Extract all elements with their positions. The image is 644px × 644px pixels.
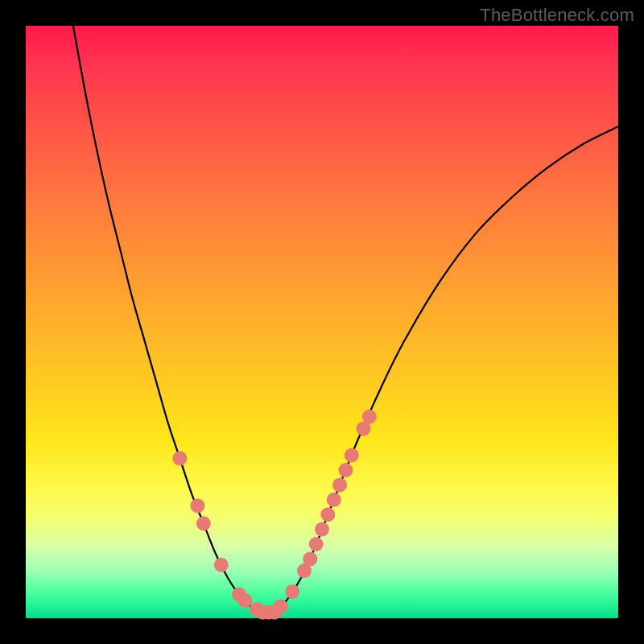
curve-marker [320,507,335,522]
curve-marker [214,558,229,572]
curve-marker [196,516,211,530]
bottleneck-curve-line [73,26,618,613]
curve-marker [327,493,341,507]
curve-marker [362,410,377,424]
plot-area [26,26,618,618]
curve-marker [273,599,287,613]
curve-marker [285,584,299,599]
chart-frame: TheBottleneck.com [0,0,644,644]
curve-marker [345,448,359,463]
curve-marker [309,537,324,551]
curve-marker [315,522,329,537]
curve-marker [172,451,187,465]
chart-svg [26,26,618,618]
watermark-text: TheBottleneck.com [480,5,634,26]
curve-marker [303,551,317,566]
curve-marker [338,463,353,477]
curve-marker [237,593,252,608]
curve-markers [172,410,377,620]
curve-marker [190,498,204,513]
curve-marker [332,477,347,492]
